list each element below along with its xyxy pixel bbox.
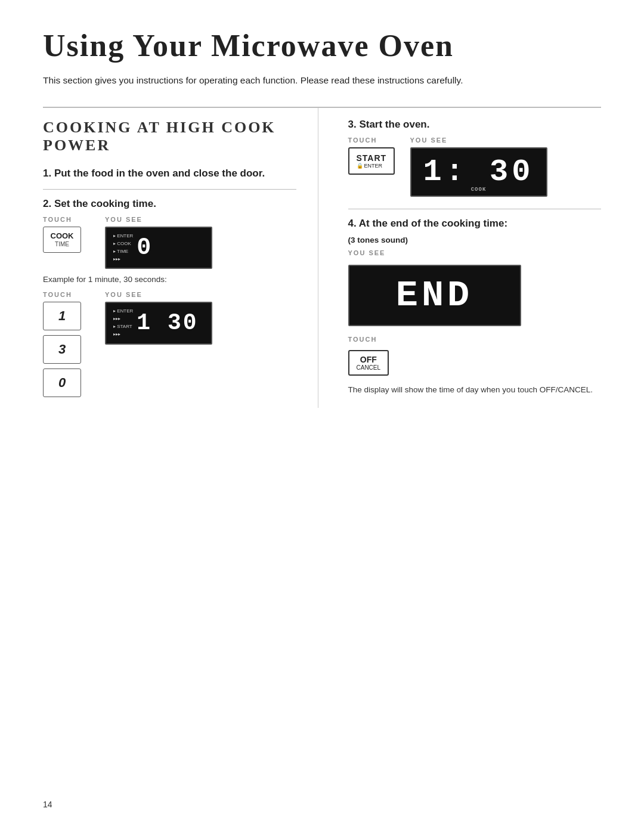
step1-divider bbox=[43, 189, 296, 190]
step2-you-see-col2: YOU SEE ▸ ENTER ▸▸▸ ▸ START ▸▸▸ 1 30 bbox=[105, 291, 212, 344]
num-keys: 1 3 0 bbox=[43, 302, 81, 402]
cook-time-button-sub: TIME bbox=[49, 241, 75, 248]
step3-display: 1: 30 COOK bbox=[410, 147, 547, 197]
step2-touch-row2: TOUCH 1 3 0 YOU SEE ▸ ENTER ▸▸▸ ▸ START … bbox=[43, 291, 296, 402]
page-title-text: Using Your Microwave Oven bbox=[43, 29, 454, 63]
key-3-button[interactable]: 3 bbox=[43, 335, 81, 364]
step3-touch-col: TOUCH START 🔒 ENTER bbox=[348, 137, 396, 175]
right-column: 3. Start the oven. TOUCH START 🔒 ENTER Y… bbox=[342, 108, 602, 408]
start-button-sub: 🔒 ENTER bbox=[357, 163, 387, 169]
enter-label: ENTER bbox=[364, 163, 383, 169]
page-subtitle: This section gives you instructions for … bbox=[43, 73, 556, 88]
step4-touch-area: TOUCH OFF CANCEL bbox=[348, 336, 602, 376]
key-1-button[interactable]: 1 bbox=[43, 302, 81, 330]
step3-divider bbox=[348, 209, 602, 209]
step3-touch-label: TOUCH bbox=[348, 137, 377, 144]
page-number: 14 bbox=[43, 800, 52, 809]
start-button-main: START bbox=[357, 153, 387, 163]
example-text: Example for 1 minute, 30 seconds: bbox=[43, 275, 296, 284]
step2-you-see-label2: YOU SEE bbox=[105, 291, 212, 298]
step4-end-value: END bbox=[396, 274, 473, 317]
step3-heading: 3. Start the oven. bbox=[348, 119, 602, 131]
start-button[interactable]: START 🔒 ENTER bbox=[348, 147, 395, 175]
step2-display-130: ▸ ENTER ▸▸▸ ▸ START ▸▸▸ 1 30 bbox=[105, 302, 212, 344]
display-note: The display will show the time of day wh… bbox=[348, 384, 602, 396]
step2-heading: 2. Set the cooking time. bbox=[43, 198, 296, 210]
left-column: Cooking at High Cook Power 1. Put the fo… bbox=[43, 108, 318, 408]
step2-you-see-label1: YOU SEE bbox=[105, 216, 212, 223]
step4-touch-label: TOUCH bbox=[348, 336, 602, 343]
step2-lcd-indicators2: ▸ ENTER ▸▸▸ ▸ START ▸▸▸ bbox=[113, 308, 133, 338]
step1-heading: 1. Put the food in the oven and close th… bbox=[43, 168, 296, 179]
step2-touch-col1: TOUCH COOK TIME bbox=[43, 216, 91, 256]
enter-icon: 🔒 bbox=[357, 163, 363, 169]
step2-lcd-indicators: ▸ ENTER ▸ COOK ▸ TIME ▸▸▸ bbox=[113, 233, 133, 263]
section-heading: Cooking at High Cook Power bbox=[43, 119, 296, 154]
step3-you-see-col: YOU SEE 1: 30 COOK bbox=[410, 137, 547, 197]
step3-display-value: 1: 30 bbox=[423, 154, 534, 190]
step2-you-see-col1: YOU SEE ▸ ENTER ▸ COOK ▸ TIME ▸▸▸ 0 bbox=[105, 216, 212, 269]
step2-touch-row1: TOUCH COOK TIME YOU SEE ▸ ENTER ▸ COOK ▸… bbox=[43, 216, 296, 269]
step2-touch-label1: TOUCH bbox=[43, 216, 72, 223]
step4-you-see-label: YOU SEE bbox=[348, 249, 386, 256]
step4-heading: 4. At the end of the cooking time: bbox=[348, 218, 602, 230]
cancel-button-sub: CANCEL bbox=[357, 364, 381, 371]
step3-display-cook: COOK bbox=[471, 187, 487, 193]
cook-time-button[interactable]: COOK TIME bbox=[43, 227, 81, 253]
cook-time-button-main: COOK bbox=[49, 231, 75, 241]
off-button-main: OFF bbox=[357, 355, 381, 364]
step4-you-see-row: YOU SEE END bbox=[348, 249, 602, 326]
step3-touch-row: TOUCH START 🔒 ENTER YOU SEE 1: 30 COOK bbox=[348, 137, 602, 197]
key-0-button[interactable]: 0 bbox=[43, 368, 81, 397]
step2-touch-label2: TOUCH bbox=[43, 291, 72, 298]
main-content: Cooking at High Cook Power 1. Put the fo… bbox=[43, 107, 601, 408]
step2-lcd-130-value: 1 30 bbox=[137, 310, 198, 336]
tones-text: (3 tones sound) bbox=[348, 236, 602, 244]
step4-end-display: END bbox=[348, 265, 521, 326]
step2-lcd-zero-value: 0 bbox=[137, 234, 152, 261]
page-title: Using Your Microwave Oven bbox=[43, 29, 601, 63]
step2-touch-col2: TOUCH 1 3 0 bbox=[43, 291, 91, 402]
step2-display-zero: ▸ ENTER ▸ COOK ▸ TIME ▸▸▸ 0 bbox=[105, 227, 212, 269]
off-cancel-button[interactable]: OFF CANCEL bbox=[348, 350, 389, 376]
step3-you-see-label: YOU SEE bbox=[410, 137, 547, 144]
